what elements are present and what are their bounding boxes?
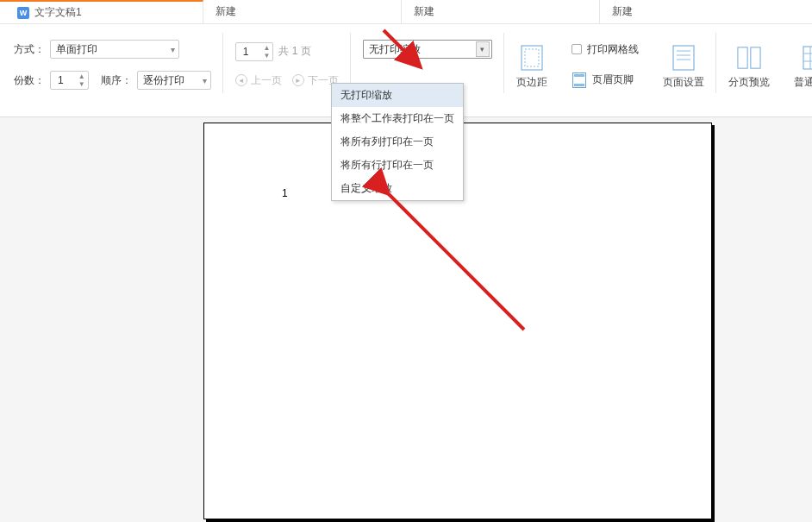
caret-down-icon: ▾ (171, 45, 175, 54)
tab-label: 文字文稿1 (34, 5, 82, 20)
page-setup-icon (671, 46, 696, 70)
svg-rect-4 (574, 84, 584, 86)
svg-rect-3 (574, 74, 584, 77)
header-footer-label: 页眉页脚 (592, 72, 634, 87)
normal-view-button[interactable]: 普通视图 (782, 40, 812, 90)
print-grid-label: 打印网格线 (587, 42, 639, 57)
order-select[interactable]: 逐份打印 ▾ (137, 71, 211, 90)
header-footer-button[interactable]: 页眉页脚 (572, 72, 639, 88)
copies-label: 份数： (14, 73, 45, 88)
prev-label: 上一页 (251, 73, 282, 88)
mode-select[interactable]: 单面打印 ▾ (50, 40, 179, 59)
page-break-preview-button[interactable]: 分页预览 (716, 40, 782, 90)
tab-document-1[interactable]: W 文字文稿1 (5, 0, 203, 23)
grid-header-group: 打印网格线 页眉页脚 (559, 40, 651, 90)
checkbox-icon (572, 44, 582, 54)
page-margin-label: 页边距 (516, 75, 547, 90)
scaling-option-none[interactable]: 无打印缩放 (332, 84, 463, 107)
tab-label: 新建 (414, 4, 434, 19)
print-grid-checkbox[interactable]: 打印网格线 (572, 42, 639, 57)
page-break-icon (737, 46, 761, 70)
svg-rect-9 (738, 47, 747, 68)
scaling-option-fit-sheet[interactable]: 将整个工作表打印在一页 (332, 107, 463, 130)
page-margin-button[interactable]: 页边距 (504, 40, 559, 90)
spinner-icon: ▲▼ (76, 72, 88, 88)
svg-rect-11 (803, 47, 812, 69)
copies-stepper[interactable]: 1 ▲▼ (50, 71, 89, 90)
scaling-dropdown: 无打印缩放 将整个工作表打印在一页 将所有列打印在一页 将所有行打印在一页 自定… (331, 83, 464, 201)
scaling-option-fit-rows[interactable]: 将所有行打印在一页 (332, 154, 463, 177)
prev-page-button[interactable]: ◄ 上一页 (235, 73, 282, 88)
scaling-select[interactable]: 无打印缩放 ▾ (363, 40, 492, 59)
mode-value: 单面打印 (56, 42, 97, 57)
page-setup-label: 页面设置 (663, 75, 704, 90)
caret-down-icon: ▾ (476, 41, 490, 57)
tab-label: 新建 (215, 4, 236, 19)
tab-new-3[interactable]: 新建 (600, 0, 798, 23)
tab-label: 新建 (612, 4, 633, 19)
order-label: 顺序： (101, 73, 132, 88)
normal-view-label: 普通视图 (794, 75, 812, 90)
page-setup-button[interactable]: 页面设置 (651, 40, 716, 90)
tab-bar: W 文字文稿1 新建 新建 新建 (0, 0, 812, 24)
spinner-icon: ▲▼ (260, 44, 272, 60)
page-stepper[interactable]: 1 ▲▼ (235, 42, 274, 61)
print-mode-group: 方式： 单面打印 ▾ 份数： 1 ▲▼ 顺序： 逐份打印 ▾ (10, 40, 223, 90)
copies-value: 1 (51, 74, 76, 86)
total-pages-label: 共 1 页 (278, 44, 310, 59)
svg-rect-5 (673, 46, 694, 70)
page-margin-icon (520, 46, 544, 70)
page-value: 1 (236, 46, 261, 58)
scaling-option-fit-cols[interactable]: 将所有列打印在一页 (332, 130, 463, 154)
tab-new-1[interactable]: 新建 (203, 0, 402, 23)
normal-view-icon (803, 46, 812, 70)
arrow-right-icon: ► (292, 74, 304, 86)
mode-label: 方式： (14, 42, 45, 57)
page-break-label: 分页预览 (728, 75, 770, 90)
scaling-value: 无打印缩放 (369, 42, 421, 57)
caret-down-icon: ▾ (203, 76, 207, 85)
svg-rect-10 (751, 47, 760, 68)
arrow-left-icon: ◄ (235, 74, 247, 86)
scaling-option-custom[interactable]: 自定义缩放 (332, 177, 463, 200)
order-value: 逐份打印 (143, 73, 184, 88)
tab-new-2[interactable]: 新建 (402, 0, 600, 23)
word-doc-icon: W (17, 7, 29, 19)
header-footer-icon (572, 72, 587, 88)
